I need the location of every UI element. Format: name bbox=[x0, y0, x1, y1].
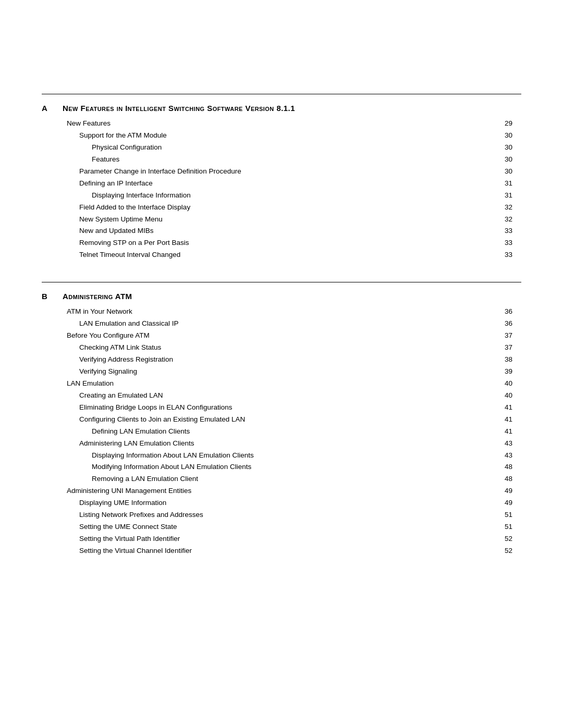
entry-text: Creating an Emulated LAN bbox=[79, 390, 500, 402]
toc-entry: ATM in Your Network36 bbox=[67, 306, 521, 318]
entry-page: 38 bbox=[500, 354, 521, 366]
entry-page: 41 bbox=[500, 414, 521, 426]
entry-page: 48 bbox=[500, 473, 521, 485]
entry-page: 37 bbox=[500, 342, 521, 354]
page-content: ANew Features in Intelligent Switching S… bbox=[42, 31, 521, 557]
section-title: Administering ATM bbox=[63, 292, 132, 301]
entry-page: 41 bbox=[500, 402, 521, 414]
entry-page: 43 bbox=[500, 438, 521, 450]
entry-page: 32 bbox=[500, 214, 521, 226]
entry-page: 29 bbox=[500, 118, 521, 130]
entry-text: Listing Network Prefixes and Addresses bbox=[79, 509, 500, 521]
entry-text: LAN Emulation bbox=[67, 378, 500, 390]
section-letter: B bbox=[42, 292, 54, 301]
toc-entry: Creating an Emulated LAN40 bbox=[67, 390, 521, 402]
entry-page: 31 bbox=[500, 178, 521, 190]
entry-page: 51 bbox=[500, 509, 521, 521]
entry-text: Verifying Address Registration bbox=[79, 354, 500, 366]
toc-block: ATM in Your Network36LAN Emulation and C… bbox=[42, 306, 521, 557]
toc-entry: Removing STP on a Per Port Basis33 bbox=[67, 237, 521, 249]
toc-entry: Before You Configure ATM37 bbox=[67, 330, 521, 342]
entry-text: Telnet Timeout Interval Changed bbox=[79, 249, 500, 261]
entry-page: 40 bbox=[500, 378, 521, 390]
toc-entry: Administering LAN Emulation Clients43 bbox=[67, 438, 521, 450]
toc-entry: Parameter Change in Interface Definition… bbox=[67, 166, 521, 178]
toc-entry: New Features29 bbox=[67, 118, 521, 130]
entry-text: New Features bbox=[67, 118, 500, 130]
entry-text: Checking ATM Link Status bbox=[79, 342, 500, 354]
toc-entry: Administering UNI Management Entities49 bbox=[67, 485, 521, 497]
toc-entry: LAN Emulation40 bbox=[67, 378, 521, 390]
toc-entry: LAN Emulation and Classical IP36 bbox=[67, 318, 521, 330]
entry-text: Parameter Change in Interface Definition… bbox=[79, 166, 500, 178]
entry-text: Field Added to the Interface Display bbox=[79, 202, 500, 214]
toc-entry: Support for the ATM Module30 bbox=[67, 130, 521, 142]
entry-page: 36 bbox=[500, 306, 521, 318]
toc-entry: Telnet Timeout Interval Changed33 bbox=[67, 249, 521, 261]
entry-page: 52 bbox=[500, 533, 521, 545]
entry-text: Setting the Virtual Path Identifier bbox=[79, 533, 500, 545]
entry-text: Administering UNI Management Entities bbox=[67, 485, 500, 497]
entry-text: Physical Configuration bbox=[92, 142, 500, 154]
entry-text: LAN Emulation and Classical IP bbox=[79, 318, 500, 330]
entry-text: Setting the Virtual Channel Identifier bbox=[79, 545, 500, 557]
entry-text: Displaying Interface Information bbox=[92, 190, 500, 202]
section-b: BAdministering ATMATM in Your Network36L… bbox=[42, 282, 521, 557]
entry-text: Removing STP on a Per Port Basis bbox=[79, 237, 500, 249]
section-divider bbox=[42, 282, 521, 282]
entry-page: 49 bbox=[500, 497, 521, 509]
section-letter: A bbox=[42, 104, 54, 113]
toc-entry: Listing Network Prefixes and Addresses51 bbox=[67, 509, 521, 521]
entry-page: 39 bbox=[500, 366, 521, 378]
section-a: ANew Features in Intelligent Switching S… bbox=[42, 94, 521, 261]
entry-text: Displaying Information About LAN Emulati… bbox=[92, 450, 500, 462]
toc-entry: Eliminating Bridge Loops in ELAN Configu… bbox=[67, 402, 521, 414]
toc-block: New Features29Support for the ATM Module… bbox=[42, 118, 521, 261]
entry-page: 40 bbox=[500, 390, 521, 402]
entry-text: Defining LAN Emulation Clients bbox=[92, 426, 500, 438]
toc-entry: Physical Configuration30 bbox=[67, 142, 521, 154]
entry-page: 41 bbox=[500, 426, 521, 438]
section-header: BAdministering ATM bbox=[42, 292, 521, 301]
entry-page: 51 bbox=[500, 521, 521, 533]
entry-page: 43 bbox=[500, 450, 521, 462]
toc-entry: Displaying Interface Information31 bbox=[67, 190, 521, 202]
entry-page: 30 bbox=[500, 130, 521, 142]
section-divider bbox=[42, 94, 521, 94]
toc-entry: Removing a LAN Emulation Client48 bbox=[67, 473, 521, 485]
toc-entry: Defining an IP Interface31 bbox=[67, 178, 521, 190]
toc-entry: Defining LAN Emulation Clients41 bbox=[67, 426, 521, 438]
entry-text: Verifying Signaling bbox=[79, 366, 500, 378]
entry-text: Support for the ATM Module bbox=[79, 130, 500, 142]
entry-page: 37 bbox=[500, 330, 521, 342]
entry-page: 33 bbox=[500, 249, 521, 261]
entry-text: Defining an IP Interface bbox=[79, 178, 500, 190]
entry-text: Displaying UME Information bbox=[79, 497, 500, 509]
toc-entry: Checking ATM Link Status37 bbox=[67, 342, 521, 354]
entry-page: 31 bbox=[500, 190, 521, 202]
entry-page: 52 bbox=[500, 545, 521, 557]
entry-text: Setting the UME Connect State bbox=[79, 521, 500, 533]
entry-page: 36 bbox=[500, 318, 521, 330]
entry-page: 30 bbox=[500, 154, 521, 166]
toc-entry: Verifying Address Registration38 bbox=[67, 354, 521, 366]
entry-page: 30 bbox=[500, 142, 521, 154]
entry-text: New System Uptime Menu bbox=[79, 214, 500, 226]
entry-text: Removing a LAN Emulation Client bbox=[92, 473, 500, 485]
entry-text: New and Updated MIBs bbox=[79, 225, 500, 237]
toc-entry: Displaying UME Information49 bbox=[67, 497, 521, 509]
toc-entry: Displaying Information About LAN Emulati… bbox=[67, 450, 521, 462]
toc-entry: New System Uptime Menu32 bbox=[67, 214, 521, 226]
entry-page: 33 bbox=[500, 237, 521, 249]
toc-entry: Verifying Signaling39 bbox=[67, 366, 521, 378]
entry-text: Features bbox=[92, 154, 500, 166]
toc-entry: Features30 bbox=[67, 154, 521, 166]
entry-page: 48 bbox=[500, 461, 521, 473]
toc-entry: Setting the UME Connect State51 bbox=[67, 521, 521, 533]
toc-entry: Setting the Virtual Path Identifier52 bbox=[67, 533, 521, 545]
entry-text: Configuring Clients to Join an Existing … bbox=[79, 414, 500, 426]
toc-entry: Modifying Information About LAN Emulatio… bbox=[67, 461, 521, 473]
entry-text: Before You Configure ATM bbox=[67, 330, 500, 342]
entry-page: 33 bbox=[500, 225, 521, 237]
toc-entry: New and Updated MIBs33 bbox=[67, 225, 521, 237]
